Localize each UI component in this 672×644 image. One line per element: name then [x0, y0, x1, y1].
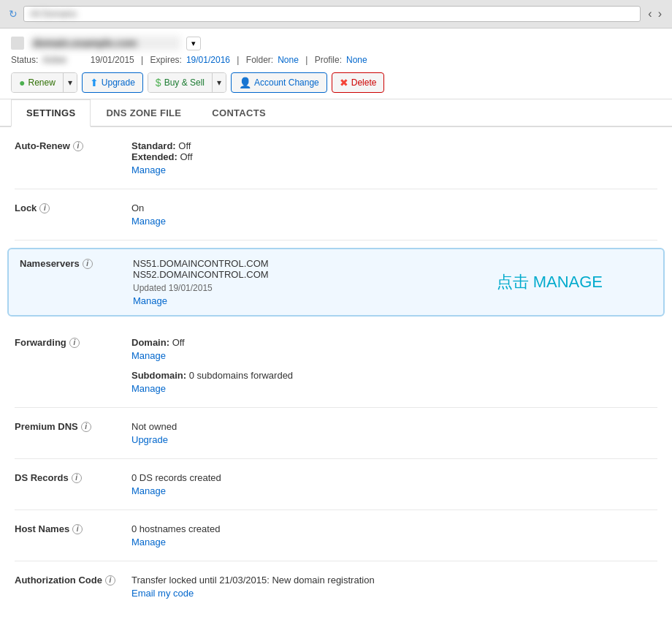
- buysell-icon: $: [156, 77, 161, 88]
- domain-name: domain.example.com: [30, 36, 180, 50]
- auto-renew-extended: Extended: Off: [131, 151, 657, 162]
- refresh-icon[interactable]: ↻: [9, 8, 18, 20]
- forwarding-label: Forwarding i: [15, 337, 131, 348]
- auth-code-value: Transfer locked until 21/03/2015: New do…: [131, 575, 657, 599]
- auth-code-label: Authorization Code i: [15, 575, 131, 586]
- nameservers-label: Nameservers i: [16, 258, 133, 269]
- url-bar: All Domains: [23, 6, 641, 22]
- auto-renew-info-icon[interactable]: i: [73, 141, 83, 151]
- forwarding-value: Domain: Off Manage Subdomain: 0 subdomai…: [131, 337, 657, 394]
- delete-label: Delete: [351, 77, 377, 88]
- renew-label: Renew: [28, 77, 55, 88]
- ds-records-info-icon[interactable]: i: [72, 473, 82, 483]
- host-names-manage-link[interactable]: Manage: [131, 537, 657, 548]
- nav-arrows: ‹ ›: [646, 7, 663, 20]
- nav-forward-button[interactable]: ›: [657, 7, 663, 20]
- upgrade-icon: ⬆: [90, 77, 99, 88]
- auto-renew-label: Auto-Renew i: [15, 140, 131, 151]
- auth-code-info-icon[interactable]: i: [105, 575, 115, 586]
- lock-label: Lock i: [15, 202, 131, 213]
- expires-label: Expires:: [150, 55, 182, 65]
- tab-settings[interactable]: SETTINGS: [11, 99, 91, 127]
- host-names-info-icon[interactable]: i: [72, 524, 83, 534]
- status-value: Active: [42, 55, 85, 65]
- separator1: |: [139, 55, 146, 65]
- renew-button[interactable]: ● Renew: [12, 73, 64, 92]
- auth-code-status: Transfer locked until 21/03/2015: New do…: [131, 575, 657, 586]
- account-icon: 👤: [239, 77, 251, 88]
- separator2: |: [234, 55, 242, 65]
- profile-label: Profile:: [315, 55, 342, 65]
- auto-renew-manage-link[interactable]: Manage: [131, 164, 657, 175]
- buysell-dropdown-button[interactable]: ▾: [213, 73, 226, 92]
- forwarding-subdomain-manage-link[interactable]: Manage: [131, 383, 657, 394]
- tab-dns[interactable]: DNS ZONE FILE: [91, 99, 196, 127]
- status-date: 19/01/2015: [91, 55, 134, 65]
- auto-renew-row: Auto-Renew i Standard: Off Extended: Off…: [15, 127, 657, 189]
- premium-dns-value: Not owned Upgrade: [131, 421, 657, 445]
- account-change-label: Account Change: [254, 77, 319, 88]
- forwarding-info-icon[interactable]: i: [69, 338, 80, 348]
- premium-dns-label: Premium DNS i: [15, 421, 131, 432]
- url-text: All Domains: [30, 9, 634, 19]
- premium-dns-row: Premium DNS i Not owned Upgrade: [15, 408, 657, 459]
- nameservers-value: NS51.DOMAINCONTROL.COM NS52.DOMAINCONTRO…: [133, 258, 656, 306]
- ds-records-label: DS Records i: [15, 472, 131, 483]
- renew-icon: ●: [19, 77, 25, 88]
- ns-updated: Updated 19/01/2015: [133, 283, 656, 293]
- buysell-label: Buy & Sell: [164, 77, 205, 88]
- host-names-status: 0 hostnames created: [131, 523, 657, 534]
- auth-code-email-link[interactable]: Email my code: [131, 588, 657, 599]
- premium-dns-info-icon[interactable]: i: [81, 422, 91, 432]
- renew-dropdown-button[interactable]: ▾: [64, 73, 77, 92]
- host-names-row: Host Names i 0 hostnames created Manage: [15, 510, 657, 561]
- expires-date-link[interactable]: 19/01/2016: [186, 55, 230, 65]
- lock-row: Lock i On Manage: [15, 189, 657, 240]
- folder-label: Folder:: [246, 55, 273, 65]
- lock-value: On Manage: [131, 202, 657, 227]
- action-buttons: ● Renew ▾ ⬆ Upgrade $ Buy & Sell ▾ 👤 Acc…: [11, 72, 661, 93]
- browser-bar: ↻ All Domains ‹ ›: [0, 0, 672, 29]
- auto-renew-value: Standard: Off Extended: Off Manage: [131, 140, 657, 175]
- lock-info-icon[interactable]: i: [39, 203, 50, 213]
- forwarding-domain-manage-link[interactable]: Manage: [131, 350, 657, 361]
- upgrade-label: Upgrade: [102, 77, 135, 88]
- tabs: SETTINGS DNS ZONE FILE CONTACTS: [0, 99, 672, 127]
- domain-dropdown-button[interactable]: ▾: [186, 37, 201, 50]
- nameservers-row: Nameservers i NS51.DOMAINCONTROL.COM NS5…: [7, 248, 665, 317]
- tab-contacts[interactable]: CONTACTS: [196, 99, 281, 127]
- nav-back-button[interactable]: ‹: [646, 7, 653, 20]
- ds-records-manage-link[interactable]: Manage: [131, 485, 657, 496]
- status-row: Status: Active 19/01/2015 | Expires: 19/…: [11, 55, 661, 65]
- settings-content: Auto-Renew i Standard: Off Extended: Off…: [0, 127, 672, 612]
- status-label: Status:: [11, 55, 38, 65]
- premium-dns-upgrade-link[interactable]: Upgrade: [131, 434, 657, 445]
- premium-dns-status: Not owned: [131, 421, 657, 432]
- folder-link[interactable]: None: [278, 55, 299, 65]
- ds-records-value: 0 DS records created Manage: [131, 472, 657, 496]
- ns2: NS52.DOMAINCONTROL.COM: [133, 269, 656, 280]
- upgrade-button[interactable]: ⬆ Upgrade: [82, 72, 143, 93]
- delete-button[interactable]: ✖ Delete: [332, 72, 385, 93]
- profile-link[interactable]: None: [346, 55, 367, 65]
- domain-header: domain.example.com ▾ Status: Active 19/0…: [0, 29, 672, 99]
- auto-renew-standard: Standard: Off: [131, 140, 657, 151]
- forwarding-subdomain: Subdomain: 0 subdomains forwarded: [131, 370, 657, 381]
- lock-status: On: [131, 202, 657, 213]
- lock-manage-link[interactable]: Manage: [131, 216, 657, 227]
- ds-records-row: DS Records i 0 DS records created Manage: [15, 459, 657, 510]
- buysell-button[interactable]: $ Buy & Sell: [148, 73, 213, 92]
- nameservers-manage-link[interactable]: Manage: [133, 295, 656, 306]
- account-change-button[interactable]: 👤 Account Change: [231, 72, 327, 93]
- delete-icon: ✖: [340, 77, 348, 88]
- host-names-value: 0 hostnames created Manage: [131, 523, 657, 548]
- ds-records-status: 0 DS records created: [131, 472, 657, 483]
- domain-icon: [11, 37, 24, 50]
- ns1: NS51.DOMAINCONTROL.COM: [133, 258, 656, 269]
- nameservers-info-icon[interactable]: i: [83, 259, 93, 269]
- auth-code-row: Authorization Code i Transfer locked unt…: [15, 561, 657, 612]
- buysell-split-button: $ Buy & Sell ▾: [148, 72, 226, 93]
- host-names-label: Host Names i: [15, 523, 131, 534]
- forwarding-row: Forwarding i Domain: Off Manage Subdomai…: [15, 324, 657, 408]
- domain-title-row: domain.example.com ▾: [11, 36, 661, 50]
